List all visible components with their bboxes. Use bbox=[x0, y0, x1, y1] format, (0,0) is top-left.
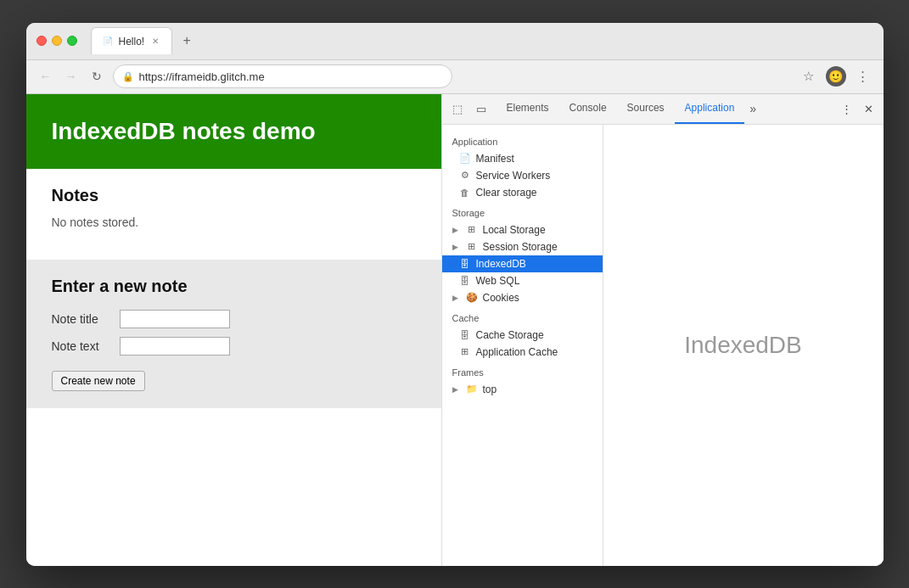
note-text-input[interactable] bbox=[120, 337, 230, 356]
cache-storage-icon: 🗄 bbox=[459, 330, 471, 340]
tab-application[interactable]: Application bbox=[675, 94, 745, 125]
url-text: https://iframeidb.glitch.me bbox=[139, 70, 265, 83]
devtools-toolbar: ⬚ ▭ Elements Console Sources Application bbox=[442, 94, 884, 125]
tab-close-icon[interactable]: ✕ bbox=[149, 36, 161, 48]
devtools-sidebar: Application 📄 Manifest ⚙ Service Workers… bbox=[442, 125, 603, 566]
web-sql-icon: 🗄 bbox=[459, 276, 471, 286]
reload-button[interactable]: ↻ bbox=[87, 67, 106, 86]
sidebar-item-clear-storage[interactable]: 🗑 Clear storage bbox=[442, 184, 603, 201]
devtools-main-panel: IndexedDB bbox=[603, 125, 884, 566]
sidebar-item-indexeddb[interactable]: 🗄 IndexedDB bbox=[442, 255, 603, 272]
url-bar[interactable]: 🔒 https://iframeidb.glitch.me bbox=[113, 64, 452, 88]
service-workers-icon: ⚙ bbox=[459, 170, 471, 181]
tab-title: Hello! bbox=[119, 36, 145, 48]
maximize-button[interactable] bbox=[67, 36, 77, 46]
tab-bar: 📄 Hello! ✕ + bbox=[91, 27, 873, 54]
close-button[interactable] bbox=[36, 36, 47, 46]
sidebar-item-session-storage[interactable]: ▶ ⊞ Session Storage bbox=[442, 238, 603, 255]
storage-section-header: Storage bbox=[442, 204, 603, 221]
frame-top-icon: 📁 bbox=[466, 384, 478, 395]
sidebar-item-web-sql[interactable]: 🗄 Web SQL bbox=[442, 272, 603, 289]
address-bar: ← → ↻ 🔒 https://iframeidb.glitch.me ☆ 🙂 … bbox=[26, 60, 884, 94]
minimize-button[interactable] bbox=[52, 36, 62, 46]
cookies-icon: 🍪 bbox=[466, 292, 478, 303]
tab-sources[interactable]: Sources bbox=[617, 94, 675, 125]
note-title-label: Note title bbox=[52, 312, 111, 326]
session-storage-arrow-icon: ▶ bbox=[452, 243, 461, 251]
clear-storage-icon: 🗑 bbox=[459, 188, 471, 198]
sidebar-item-top-frame[interactable]: ▶ 📁 top bbox=[442, 381, 603, 398]
devtools-icons: ⬚ ▭ bbox=[442, 98, 497, 119]
traffic-lights bbox=[36, 36, 77, 46]
forward-button[interactable]: → bbox=[62, 67, 81, 86]
note-text-label: Note text bbox=[52, 339, 111, 353]
sidebar-item-manifest[interactable]: 📄 Manifest bbox=[442, 150, 603, 167]
notes-empty-text: No notes stored. bbox=[52, 216, 416, 229]
notes-title: Notes bbox=[52, 186, 416, 205]
frames-section-header: Frames bbox=[442, 364, 603, 381]
bookmark-icon[interactable]: ☆ bbox=[799, 66, 819, 87]
note-title-row: Note title bbox=[52, 310, 416, 328]
note-text-row: Note text bbox=[52, 337, 416, 356]
browser-tab[interactable]: 📄 Hello! ✕ bbox=[91, 27, 173, 54]
sidebar-item-cookies[interactable]: ▶ 🍪 Cookies bbox=[442, 289, 603, 306]
lock-icon: 🔒 bbox=[122, 71, 134, 82]
form-title: Enter a new note bbox=[52, 277, 416, 296]
main-area: IndexedDB notes demo Notes No notes stor… bbox=[26, 94, 884, 566]
manifest-icon: 📄 bbox=[459, 153, 471, 164]
sidebar-item-local-storage[interactable]: ▶ ⊞ Local Storage bbox=[442, 221, 603, 238]
indexeddb-icon: 🗄 bbox=[459, 259, 471, 269]
page-main-title: IndexedDB notes demo bbox=[52, 118, 416, 145]
page-content: IndexedDB notes demo Notes No notes stor… bbox=[26, 94, 442, 566]
inspect-element-icon[interactable]: ⬚ bbox=[447, 98, 468, 119]
session-storage-icon: ⊞ bbox=[466, 241, 478, 252]
tab-console[interactable]: Console bbox=[559, 94, 617, 125]
devtools-panel: ⬚ ▭ Elements Console Sources Application bbox=[442, 94, 884, 566]
devtools-actions: ⋮ ✕ bbox=[833, 99, 884, 118]
sidebar-item-application-cache[interactable]: ⊞ Application Cache bbox=[442, 344, 603, 361]
more-tabs-button[interactable]: » bbox=[744, 94, 761, 125]
browser-window: 📄 Hello! ✕ + ← → ↻ 🔒 https://iframeidb.g… bbox=[26, 23, 884, 566]
panel-title: IndexedDB bbox=[684, 332, 802, 359]
note-title-input[interactable] bbox=[120, 310, 230, 328]
new-tab-button[interactable]: + bbox=[176, 30, 198, 52]
cookies-arrow-icon: ▶ bbox=[452, 294, 461, 302]
create-note-button[interactable]: Create new note bbox=[52, 371, 145, 391]
page-header: IndexedDB notes demo bbox=[26, 94, 441, 169]
form-section: Enter a new note Note title Note text Cr… bbox=[26, 260, 441, 408]
frames-arrow-icon: ▶ bbox=[452, 385, 461, 394]
notes-section: Notes No notes stored. bbox=[52, 186, 416, 229]
devtools-tabs: Elements Console Sources Application » bbox=[497, 94, 833, 125]
back-button[interactable]: ← bbox=[36, 67, 55, 86]
tab-favicon-icon: 📄 bbox=[102, 36, 114, 48]
address-actions: ☆ 🙂 ⋮ bbox=[799, 66, 873, 87]
tab-elements[interactable]: Elements bbox=[497, 94, 559, 125]
avatar[interactable]: 🙂 bbox=[826, 66, 846, 87]
application-cache-icon: ⊞ bbox=[459, 346, 471, 357]
application-section-header: Application bbox=[442, 133, 603, 150]
sidebar-item-service-workers[interactable]: ⚙ Service Workers bbox=[442, 167, 603, 184]
device-toolbar-icon[interactable]: ▭ bbox=[471, 98, 491, 119]
devtools-more-options-icon[interactable]: ⋮ bbox=[838, 99, 856, 118]
page-body: Notes No notes stored. bbox=[26, 169, 441, 260]
cache-section-header: Cache bbox=[442, 310, 603, 327]
title-bar: 📄 Hello! ✕ + bbox=[26, 23, 884, 60]
local-storage-arrow-icon: ▶ bbox=[452, 226, 461, 234]
devtools-close-icon[interactable]: ✕ bbox=[860, 99, 878, 118]
local-storage-icon: ⊞ bbox=[466, 224, 478, 235]
devtools-body: Application 📄 Manifest ⚙ Service Workers… bbox=[442, 125, 884, 566]
sidebar-item-cache-storage[interactable]: 🗄 Cache Storage bbox=[442, 327, 603, 344]
menu-icon[interactable]: ⋮ bbox=[853, 66, 873, 87]
